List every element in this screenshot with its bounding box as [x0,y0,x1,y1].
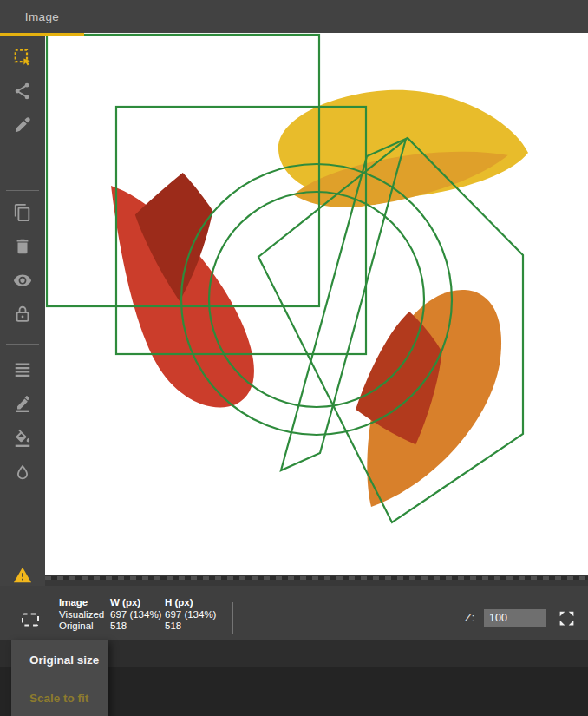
size-cell: Original [59,621,110,633]
canvas-artwork [45,33,588,575]
context-menu: Original size Scale to fit [11,640,108,716]
tab-image-label: Image [25,10,60,23]
size-cell: Visualized [59,609,110,621]
layers-lines-icon [13,359,32,378]
copy-button[interactable] [13,203,32,222]
statusbar-divider [232,602,233,634]
toolbar-divider [6,344,39,345]
fit-to-screen-icon [19,619,42,634]
pencil-icon [13,394,32,413]
image-size-table: Image W (px) H (px) Visualized 697 (134%… [59,597,216,633]
droplet-icon [13,463,32,483]
select-tool-button[interactable] [13,48,32,67]
lock-button[interactable] [13,305,32,324]
eye-icon [13,271,32,290]
pencil-button[interactable] [13,394,32,413]
toolbar-divider [6,190,39,191]
size-col-header: Image [59,597,110,609]
active-tab-indicator [0,33,84,36]
lock-icon [13,305,32,324]
scrollbar-dashes [45,576,588,580]
warning-icon [13,566,32,585]
marquee-select-icon [13,48,32,67]
eyedropper-icon [13,115,32,135]
menu-item-original-size[interactable]: Original size [11,640,108,679]
trash-icon [13,237,32,256]
eyedropper-tool-button[interactable] [13,115,32,135]
horizontal-scrollbar[interactable] [45,575,588,587]
size-cell: 518 [165,621,216,633]
image-canvas[interactable] [45,33,588,575]
fit-image-button[interactable] [19,608,42,631]
size-col-header: H (px) [165,597,216,609]
paint-bucket-icon [13,429,32,448]
menu-item-scale-to-fit[interactable]: Scale to fit [11,679,108,716]
size-cell: 697 (134%) [165,609,216,621]
size-col-header: W (px) [110,597,165,609]
top-bar: Image [0,0,588,33]
share-polyline-icon [13,82,32,101]
size-cell: 697 (134%) [110,609,165,621]
copy-icon [13,203,32,222]
zoom-input[interactable] [484,609,546,627]
fill-button[interactable] [13,429,32,448]
size-cell: 518 [110,621,165,633]
toolbar [0,33,45,586]
tab-image[interactable]: Image [0,0,84,33]
fullscreen-icon [558,615,576,630]
warning-indicator-1[interactable] [13,566,32,585]
droplet-button[interactable] [13,463,32,483]
visibility-button[interactable] [13,271,32,290]
share-tool-button[interactable] [13,82,32,101]
layers-button[interactable] [13,359,32,378]
delete-button[interactable] [13,237,32,256]
image-editor-window: Image [0,0,588,716]
fullscreen-button[interactable] [558,609,576,627]
zoom-label: Z: [465,612,474,624]
